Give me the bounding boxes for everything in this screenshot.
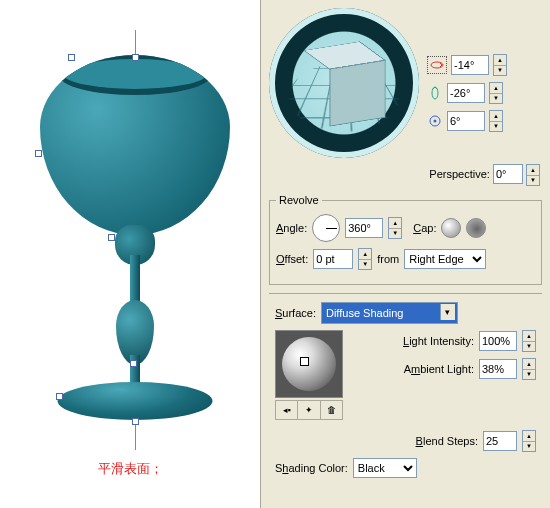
anchor-point[interactable]: [35, 150, 42, 157]
svg-point-0: [431, 62, 443, 68]
rotation-trackball[interactable]: [269, 8, 419, 158]
offset-spinner[interactable]: ▲▼: [358, 248, 372, 270]
from-label: from: [377, 253, 399, 265]
light-source-handle[interactable]: [300, 357, 309, 366]
angle-input[interactable]: [345, 218, 383, 238]
sphere-preview: [282, 337, 336, 391]
cap-off-button[interactable]: [466, 218, 486, 238]
rotate-z-input[interactable]: [447, 111, 485, 131]
goblet-base: [58, 382, 213, 420]
cap-label: Cap:: [413, 222, 436, 234]
viewport: 平滑表面；: [0, 0, 260, 508]
caption-text: 平滑表面；: [0, 460, 260, 478]
from-select[interactable]: Right Edge: [404, 249, 486, 269]
blend-steps-input[interactable]: [483, 431, 517, 451]
perspective-label: Perspective:: [429, 168, 490, 180]
cap-on-button[interactable]: [441, 218, 461, 238]
rotate-y-spinner[interactable]: ▲▼: [489, 82, 503, 104]
light-toolbar: ◂▪ ✦ 🗑: [275, 400, 343, 420]
rotate-x-icon: [427, 56, 447, 74]
anchor-point[interactable]: [68, 54, 75, 61]
light-intensity-input[interactable]: [479, 331, 517, 351]
offset-label: Offset:: [276, 253, 308, 265]
new-light-button[interactable]: ✦: [298, 401, 320, 419]
anchor-point[interactable]: [56, 393, 63, 400]
light-intensity-label: Light Intensity:: [403, 335, 474, 347]
ambient-light-label: Ambient Light:: [404, 363, 474, 375]
rotate-z-icon: [427, 113, 443, 129]
angle-dial[interactable]: [312, 214, 340, 242]
shading-color-label: Shading Color:: [275, 462, 348, 474]
rotate-x-spinner[interactable]: ▲▼: [493, 54, 507, 76]
lighting-sphere[interactable]: [275, 330, 343, 398]
rotate-y-input[interactable]: [447, 83, 485, 103]
angle-label: Angle:: [276, 222, 307, 234]
blend-steps-label: Blend Steps:: [416, 435, 478, 447]
options-panel: ▲▼ ▲▼ ▲▼ Perspective: ▲▼ Revolve Angle: …: [260, 0, 550, 508]
blend-steps-spinner[interactable]: ▲▼: [522, 430, 536, 452]
shading-color-select[interactable]: Black: [353, 458, 417, 478]
delete-light-button[interactable]: 🗑: [321, 401, 342, 419]
rotate-x-input[interactable]: [451, 55, 489, 75]
light-intensity-spinner[interactable]: ▲▼: [522, 330, 536, 352]
rotate-z-spinner[interactable]: ▲▼: [489, 110, 503, 132]
light-back-button[interactable]: ◂▪: [276, 401, 298, 419]
ambient-light-spinner[interactable]: ▲▼: [522, 358, 536, 380]
perspective-input[interactable]: [493, 164, 523, 184]
svg-point-3: [434, 120, 437, 123]
anchor-point[interactable]: [130, 360, 137, 367]
anchor-point[interactable]: [132, 54, 139, 61]
surface-label: Surface:: [275, 307, 316, 319]
perspective-spinner[interactable]: ▲▼: [526, 164, 540, 186]
angle-spinner[interactable]: ▲▼: [388, 217, 402, 239]
revolve-group: Revolve Angle: ▲▼ Cap: Offset: ▲▼ from R…: [269, 194, 542, 285]
revolve-object[interactable]: [30, 30, 240, 450]
anchor-point[interactable]: [132, 418, 139, 425]
goblet-bowl: [40, 55, 230, 235]
surface-group: Surface: Diffuse Shading ◂▪ ✦ 🗑 Light In…: [269, 293, 542, 492]
anchor-point[interactable]: [108, 234, 115, 241]
revolve-legend: Revolve: [276, 194, 322, 206]
preview-cube: [317, 50, 371, 115]
surface-select[interactable]: Diffuse Shading: [321, 302, 458, 324]
offset-input[interactable]: [313, 249, 353, 269]
rotate-y-icon: [427, 85, 443, 101]
ambient-light-input[interactable]: [479, 359, 517, 379]
